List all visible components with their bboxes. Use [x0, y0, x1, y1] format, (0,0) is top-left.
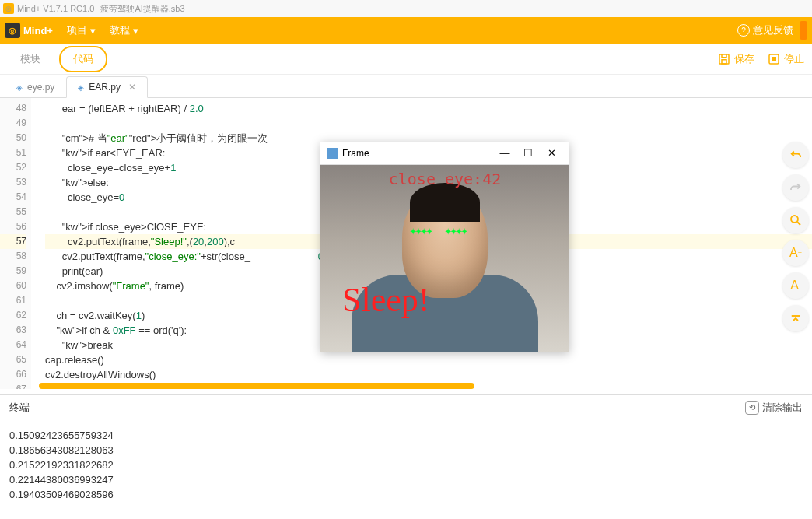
app-icon: ◎ — [3, 3, 14, 14]
feedback-link[interactable]: ? 意见反馈 — [737, 23, 793, 37]
app-version: Mind+ V1.7.1 RC1.0 — [17, 4, 94, 13]
search-button[interactable] — [782, 207, 809, 233]
terminal-header: 终端 ⟲ 清除输出 — [0, 394, 812, 420]
close-icon[interactable]: ✕ — [128, 82, 136, 93]
tab-eye-py[interactable]: ◈ eye.py — [5, 76, 66, 97]
stop-icon — [767, 52, 781, 66]
save-icon — [717, 52, 731, 66]
help-icon: ? — [737, 24, 750, 37]
undo-button[interactable] — [782, 142, 809, 168]
window-icon — [327, 148, 338, 159]
clear-output-button[interactable]: ⟲ 清除输出 — [745, 401, 803, 415]
menubar: ◎ Mind+ 项目▾ 教程▾ ? 意见反馈 — [0, 17, 812, 44]
python-icon: ◈ — [78, 83, 84, 92]
redo-button[interactable] — [782, 174, 809, 201]
brand-logo-icon: ◎ — [5, 23, 20, 38]
font-increase-button[interactable]: A+ — [782, 240, 809, 266]
frame-titlebar[interactable]: Frame — ☐ ✕ — [320, 142, 569, 165]
toolbar: 模块 代码 保存 停止 — [0, 44, 812, 75]
frame-video: ✦✦✦✦ ✦✦✦✦ close_eye:42 Sleep! — [320, 165, 569, 352]
tab-ear-py[interactable]: ◈ EAR.py ✕ — [66, 76, 148, 98]
sleep-alert-text: Sleep! — [342, 280, 429, 320]
clear-icon: ⟲ — [745, 401, 759, 415]
menu-tutorial[interactable]: 教程▾ — [110, 23, 138, 37]
module-button[interactable]: 模块 — [8, 47, 53, 71]
maximize-button[interactable]: ☐ — [516, 147, 540, 159]
horizontal-scrollbar[interactable] — [39, 383, 474, 389]
editor-side-buttons: A+ A- — [782, 142, 809, 331]
stop-button[interactable]: 停止 — [767, 52, 804, 66]
eye-landmarks-right: ✦✦✦✦ — [445, 227, 467, 236]
terminal-label: 终端 — [9, 401, 30, 415]
svg-rect-1 — [722, 59, 726, 63]
line-gutter: 4849505152535455565758596061626364656667 — [0, 98, 31, 389]
code-button[interactable]: 代码 — [59, 46, 107, 72]
file-tabs: ◈ eye.py ◈ EAR.py ✕ — [0, 75, 812, 98]
save-button[interactable]: 保存 — [717, 52, 754, 66]
python-icon: ◈ — [16, 83, 23, 92]
right-accent — [800, 21, 807, 40]
collapse-button[interactable] — [782, 305, 809, 331]
os-titlebar: ◎ Mind+ V1.7.1 RC1.0 疲劳驾驶AI提醒器.sb3 — [0, 0, 812, 17]
frame-window[interactable]: Frame — ☐ ✕ ✦✦✦✦ ✦✦✦✦ close_eye:42 Sleep… — [320, 142, 569, 352]
brand: ◎ Mind+ — [5, 23, 53, 38]
svg-rect-3 — [772, 57, 776, 61]
menu-project[interactable]: 项目▾ — [67, 23, 96, 37]
eye-landmarks-left: ✦✦✦✦ — [410, 227, 432, 236]
frame-title-text: Frame — [342, 148, 369, 159]
font-decrease-button[interactable]: A- — [782, 272, 809, 299]
terminal-output[interactable]: 0.150924236557593240.186563430821280630.… — [0, 420, 812, 510]
svg-point-4 — [791, 216, 798, 223]
close-eye-counter: close_eye:42 — [389, 170, 502, 188]
minimize-button[interactable]: — — [493, 147, 516, 159]
close-button[interactable]: ✕ — [540, 147, 563, 159]
file-name: 疲劳驾驶AI提醒器.sb3 — [100, 3, 184, 15]
